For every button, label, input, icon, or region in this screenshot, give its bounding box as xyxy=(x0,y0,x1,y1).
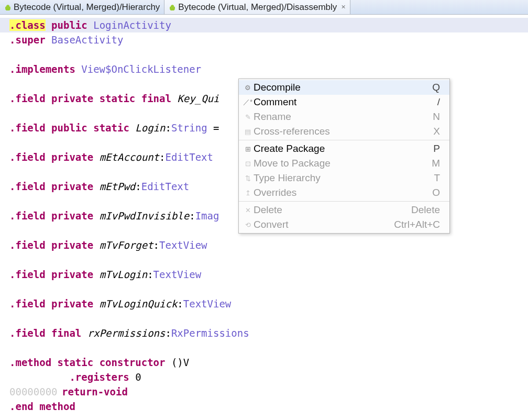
menu-icon: ↥ xyxy=(242,189,254,197)
menu-icon: ⇅ xyxy=(242,174,254,182)
menu-icon: ⟲ xyxy=(242,221,254,229)
menu-shortcut: T xyxy=(434,172,440,184)
menu-label: Rename xyxy=(254,111,433,123)
tab-label: Bytecode (Virtual, Merged)/Disassembly xyxy=(178,2,337,13)
menu-shortcut: Delete xyxy=(411,204,440,216)
menu-item-type-hierarchy: ⇅Type HierarchyT xyxy=(239,171,449,185)
code-line[interactable] xyxy=(0,282,528,296)
address: 00000000 xyxy=(9,384,62,399)
code-line[interactable] xyxy=(0,311,528,326)
code-line[interactable]: .field final rxPermissions:RxPermissions xyxy=(0,326,528,340)
menu-shortcut: Ctrl+Alt+C xyxy=(394,219,440,230)
menu-label: Type Hierarchy xyxy=(254,172,434,184)
code-line[interactable]: .field private mTvForget:TextView xyxy=(0,238,528,252)
menu-item-delete: ✕DeleteDelete xyxy=(239,203,449,217)
menu-icon: ⊞ xyxy=(242,145,254,153)
context-menu: ⚙DecompileQ／*Comment/✎RenameN▤Cross-refe… xyxy=(238,79,450,234)
close-icon[interactable]: ⨯ xyxy=(341,4,346,10)
menu-icon: ✎ xyxy=(242,113,254,121)
menu-shortcut: N xyxy=(433,111,440,123)
code-line[interactable]: .end method xyxy=(0,399,528,414)
tab-label: Bytecode (Virtual, Merged)/Hierarchy xyxy=(14,2,160,13)
menu-icon: ／* xyxy=(242,97,254,107)
code-line[interactable]: .field private mTvLoginQuick:TextView xyxy=(0,296,528,311)
menu-label: Overrides xyxy=(254,187,432,198)
menu-label: Create Package xyxy=(254,143,433,154)
menu-label: Delete xyxy=(254,204,411,216)
android-icon xyxy=(169,4,176,11)
menu-item-create-package[interactable]: ⊞Create PackageP xyxy=(239,141,449,156)
menu-shortcut: P xyxy=(433,143,440,154)
menu-item-cross-references: ▤Cross-referencesX xyxy=(239,124,449,139)
menu-label: Comment xyxy=(254,96,437,108)
menu-item-rename: ✎RenameN xyxy=(239,109,449,124)
code-line[interactable]: 00000000return-void xyxy=(0,384,528,399)
menu-shortcut: / xyxy=(437,96,440,108)
code-line[interactable] xyxy=(0,252,528,267)
menu-icon: ⊡ xyxy=(242,160,254,168)
menu-item-convert: ⟲ConvertCtrl+Alt+C xyxy=(239,217,449,232)
code-line[interactable]: .field private mTvLogin:TextView xyxy=(0,267,528,282)
menu-item-decompile[interactable]: ⚙DecompileQ xyxy=(239,80,449,95)
menu-label: Decompile xyxy=(254,82,432,93)
tab-hierarchy[interactable]: Bytecode (Virtual, Merged)/Hierarchy xyxy=(0,0,164,14)
menu-item-move-to-package: ⊡Move to PackageM xyxy=(239,156,449,171)
menu-icon: ▤ xyxy=(242,128,254,136)
code-line[interactable] xyxy=(0,340,528,355)
menu-item-comment[interactable]: ／*Comment/ xyxy=(239,95,449,109)
code-line[interactable]: .method static constructor ()V xyxy=(0,355,528,370)
menu-shortcut: Q xyxy=(432,82,440,93)
code-line[interactable] xyxy=(0,47,528,62)
menu-icon: ⚙ xyxy=(242,84,254,92)
menu-shortcut: M xyxy=(432,158,440,169)
menu-label: Move to Package xyxy=(254,158,432,169)
menu-label: Cross-references xyxy=(254,126,433,137)
menu-item-overrides: ↥OverridesO xyxy=(239,185,449,200)
code-line[interactable]: .registers 0 xyxy=(0,370,528,384)
android-icon xyxy=(4,4,12,11)
code-line[interactable]: .implements View$OnClickListener xyxy=(0,62,528,76)
tab-disassembly[interactable]: Bytecode (Virtual, Merged)/Disassembly ⨯ xyxy=(164,0,350,14)
code-line[interactable]: .super BaseActivity xyxy=(0,32,528,47)
menu-label: Convert xyxy=(254,219,394,230)
code-line[interactable]: .class public LoginActivity xyxy=(0,18,528,32)
menu-icon: ✕ xyxy=(242,206,254,214)
menu-shortcut: O xyxy=(432,187,440,198)
tab-bar: Bytecode (Virtual, Merged)/Hierarchy Byt… xyxy=(0,0,528,15)
menu-shortcut: X xyxy=(433,126,440,137)
